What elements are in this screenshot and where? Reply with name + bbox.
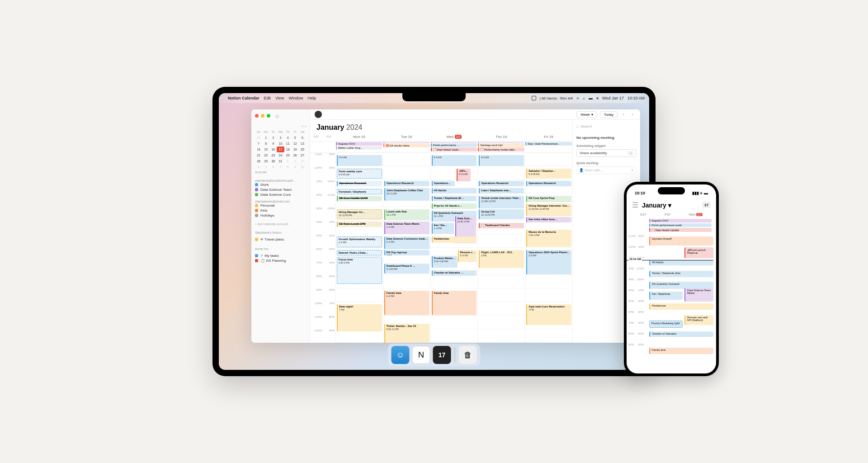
calendar-event[interactable]: 8–9 AM	[337, 155, 382, 166]
next-week-button[interactable]: ›	[629, 111, 636, 118]
dock-notion[interactable]: N	[412, 346, 430, 364]
calendar-event[interactable]: Museo de la Memoria1:30–3 PM	[526, 230, 571, 247]
mini-cal-day[interactable]: 9	[292, 164, 299, 170]
sidebar-toggle-icon[interactable]: ▥	[275, 114, 279, 118]
allday-event[interactable]: Santiago work trip!	[478, 143, 524, 147]
allday-event[interactable]: Martin Luther King …	[336, 146, 382, 150]
phone-allday-event[interactable]: Augusto OOO	[649, 219, 712, 222]
calendar-event[interactable]: Liam / Stephanie wee…	[479, 188, 524, 194]
calendar-event[interactable]: Operations Research	[337, 181, 382, 186]
allday-event[interactable]: 🎯 Q4 results share	[383, 143, 430, 147]
meet-with-input[interactable]: 👤 Meet with…F	[576, 166, 637, 174]
mini-cal-day[interactable]: 13	[299, 141, 306, 146]
phone-event[interactable]: Family time	[649, 348, 713, 354]
acme-db-item[interactable]: ✓ My tasks	[255, 253, 306, 258]
menubar-date[interactable]: Wed Jan 17	[602, 96, 624, 100]
allday-event[interactable]: Finish performance …	[431, 143, 477, 147]
calendar-event[interactable]: Debrief: Pedro | Data…	[337, 250, 382, 255]
mini-cal-day[interactable]: 3	[277, 135, 284, 141]
calendar-item[interactable]: Holidays	[255, 213, 306, 218]
calendar-event[interactable]: Family time	[432, 291, 477, 315]
mini-cal-day[interactable]: 20	[299, 146, 306, 152]
day-column[interactable]: Salvador / Stephan…9–9:45 AMOperations R…	[525, 153, 572, 343]
maximize-button[interactable]	[267, 114, 270, 118]
phone-event[interactable]: Product Marketing Q&A	[649, 321, 683, 328]
mini-cal-day[interactable]: 26	[292, 152, 299, 158]
dock-trash[interactable]: 🗑	[459, 346, 477, 364]
mini-cal-day[interactable]: 15	[262, 146, 269, 152]
mini-cal-day[interactable]: 31	[277, 158, 284, 164]
calendar-event[interactable]: Group Crit12–12:45 PM	[479, 209, 524, 219]
mini-cal-day[interactable]: 24	[277, 152, 284, 158]
phone-month[interactable]: January ▾	[642, 202, 671, 209]
close-button[interactable]	[255, 114, 259, 118]
phone-event[interactable]: Kai / Stephanie	[649, 292, 683, 300]
mini-cal-day[interactable]: 17	[277, 146, 284, 152]
phone-allday-event[interactable]: 📋 Dept Heads Update	[649, 228, 712, 232]
calendar-event[interactable]: Date night!7 PM	[337, 304, 382, 331]
notion-db-item[interactable]: ✈︎ Travel plans	[255, 237, 306, 242]
calendar-event[interactable]: Hiring Manager Int…12–12:45 PM	[337, 209, 382, 219]
calendar-event[interactable]: Operations Research	[479, 181, 524, 186]
add-calendar-account[interactable]: + Add calendar account	[255, 222, 306, 226]
calendar-event[interactable]: Operations Research	[384, 181, 429, 186]
view-selector[interactable]: Week▾	[576, 111, 597, 118]
phone-event[interactable]: Pediatrician	[649, 303, 713, 310]
calendar-item[interactable]: Data Science Team	[255, 187, 306, 192]
phone-event[interactable]: Tomás / Stephanie (6w)	[649, 271, 713, 277]
phone-event[interactable]: Checkin w/ Salvador	[649, 331, 713, 337]
calendar-event[interactable]: ES Team Lunch 1PM	[337, 222, 382, 227]
calendar-event[interactable]: Checkin w/ Salvador …	[432, 270, 477, 276]
mini-cal-day[interactable]: 5	[262, 164, 269, 170]
calendar-event[interactable]: Lunch with Rob12–1 PM	[384, 209, 429, 220]
calendar-event[interactable]: Operations 2024 Sprint Planning3–5 PM	[526, 250, 571, 274]
calendar-event[interactable]: 📋 Taskboard Checkin	[479, 223, 524, 228]
mini-cal-day[interactable]: 23	[269, 152, 277, 158]
week-grid[interactable]: 11AM12PM1PM2PM3PM4PM5PM6PM7PM8PM9PM10PM1…	[310, 153, 572, 343]
allday-event[interactable]: Stay: Hotel Panamerican…	[525, 142, 572, 146]
mini-cal-day[interactable]: 14	[255, 146, 262, 152]
calendar-item[interactable]: Work	[255, 182, 306, 187]
allday-event[interactable]: Augusto OOO	[336, 142, 382, 146]
mini-cal-prev[interactable]: ‹	[302, 125, 303, 128]
mini-cal-day[interactable]: 25	[284, 152, 292, 158]
search-icon[interactable]: ⌕	[583, 96, 585, 100]
calendar-event[interactable]: Fernando / Stephanie	[337, 189, 382, 194]
allday-event[interactable]	[431, 142, 477, 143]
menubar-app-name[interactable]: Notion Calendar	[228, 96, 259, 100]
calendar-event[interactable]: Hiring Manager Interview: Gui …11:30 AM–…	[526, 203, 571, 216]
menubar-window[interactable]: Window	[288, 96, 303, 100]
calendar-event[interactable]: Tools weekly sync9–9:45 AM	[337, 169, 382, 179]
calendar-event[interactable]: DS Core Sprint Prep	[526, 196, 571, 202]
wifi-icon[interactable]: ⟡	[576, 96, 579, 101]
menubar-time[interactable]: 10:10 AM	[627, 96, 645, 100]
mini-cal-day[interactable]: 9	[269, 141, 277, 146]
battery-icon[interactable]: ▬	[589, 96, 593, 100]
phone-allday-event[interactable]: Finish performance evals	[649, 223, 712, 227]
calendar-event[interactable]: Operations…	[432, 181, 455, 186]
mini-cal-day[interactable]: 2	[269, 135, 277, 141]
day-column[interactable]: 8–9 AMTools weekly sync9–9:45 AMOperatio…	[335, 153, 383, 343]
mini-cal-day[interactable]: 21	[255, 152, 262, 158]
mini-cal-day[interactable]: 27	[299, 152, 306, 158]
calendar-event[interactable]: 8–9 AM	[479, 155, 524, 166]
calendar-event[interactable]: Dev Infra office hour…	[526, 217, 571, 222]
day-column[interactable]: 8–9 AM📣Post-Laun…9–10 AMOperations…All H…	[430, 153, 478, 343]
calendar-event[interactable]: Tomás / Stephanie (B…	[432, 196, 477, 201]
mini-cal-day[interactable]: 8	[262, 141, 269, 146]
calendar-event[interactable]: Salvador / Stephan…9–9:45 AM	[526, 169, 571, 179]
mini-cal-day[interactable]: 6	[269, 164, 277, 170]
day-column[interactable]: Operations ResearchJohn:Stephanie Coffee…	[383, 153, 430, 343]
share-availability-button[interactable]: Share availabilityS	[576, 149, 637, 157]
phone-event[interactable]: Remote visit with NP (Stafford)	[684, 315, 713, 325]
phone-day-grid[interactable]: 11AM8AM12PM9AM1PM10AM2PM11AM3PM12PM4PM1P…	[627, 233, 716, 373]
dock-calendar[interactable]: 17	[433, 346, 451, 364]
phone-event[interactable]: 📣Post-Launch Regroup	[684, 247, 713, 258]
user-avatar[interactable]	[315, 111, 322, 118]
calendar-event[interactable]: Operations Research	[526, 181, 571, 186]
calendar-event[interactable]: Family time6–8 PM	[384, 291, 429, 315]
acme-db-item[interactable]: 📋 DS Planning	[255, 258, 306, 263]
allday-event[interactable]	[478, 142, 524, 143]
calendar-event[interactable]: Dashboard Phase II …4–4:45 PM	[384, 264, 429, 274]
phone-event[interactable]: All Hands	[649, 260, 713, 265]
